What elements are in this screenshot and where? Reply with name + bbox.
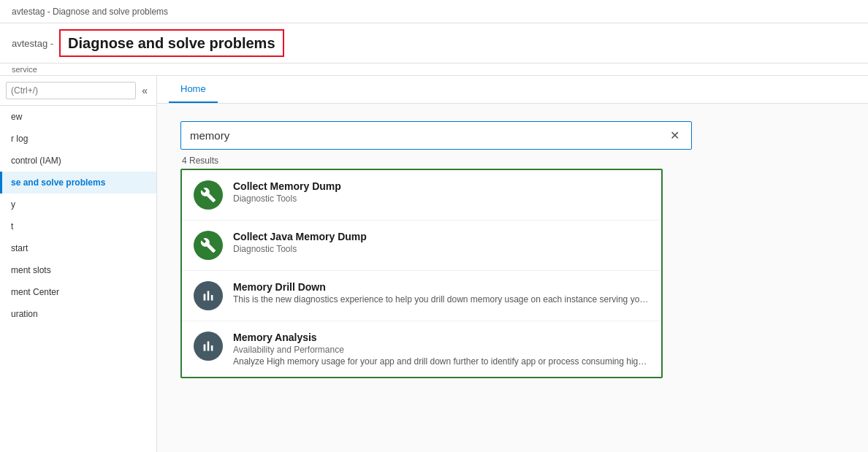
result-subtitle-2: Diagnostic Tools [233,244,650,254]
sidebar-collapse-button[interactable]: « [139,83,151,98]
clear-icon: ✕ [670,129,679,142]
sidebar-item-label: t [11,221,148,231]
breadcrumb-prefix: avtestag - [12,38,53,49]
result-desc-4: Analyze High memory usage for your app a… [233,356,650,367]
sidebar-search-input[interactable] [6,82,136,99]
browser-tab-title: avtestag - Diagnose and solve problems [12,7,168,17]
tab-home-label: Home [180,83,206,94]
result-content-2: Collect Java Memory Dump Diagnostic Tool… [233,231,650,254]
browser-tab-bar: avtestag - Diagnose and solve problems [0,0,868,23]
result-item-collect-java-memory-dump[interactable]: Collect Java Memory Dump Diagnostic Tool… [182,221,661,271]
result-title-4: Memory Analysis [233,332,650,343]
results-dropdown: Collect Memory Dump Diagnostic Tools Col… [180,169,663,378]
diagnose-search-input[interactable] [180,121,692,150]
sidebar-item-start[interactable]: start [0,237,156,259]
tab-home[interactable]: Home [169,76,218,103]
result-item-memory-analysis[interactable]: Memory Analysis Availability and Perform… [182,321,661,377]
result-icon-wrench-1 [194,180,223,210]
sidebar-item-diagnose[interactable]: se and solve problems [0,172,156,194]
result-title-3: Memory Drill Down [233,281,650,293]
content-area: Home ✕ 4 Results [157,76,868,452]
sidebar-item-label: start [11,243,148,253]
sidebar-item-log[interactable]: r log [0,128,156,150]
page-header: avtestag - Diagnose and solve problems [0,23,868,64]
sidebar-nav: ew r log control (IAM) se and solve prob… [0,106,156,452]
sidebar-item-label: se and solve problems [11,177,148,188]
result-icon-wrench-2 [194,231,223,260]
sidebar-search-area: « [0,76,156,106]
search-clear-button[interactable]: ✕ [664,126,685,146]
sub-header: service [0,64,868,76]
sidebar-item-iam[interactable]: control (IAM) [0,150,156,172]
sidebar-item-label: ew [11,112,148,122]
result-item-collect-memory-dump[interactable]: Collect Memory Dump Diagnostic Tools [182,170,661,221]
result-desc-3: This is the new diagnostics experience t… [233,294,650,304]
result-subtitle-1: Diagnostic Tools [233,194,650,204]
sidebar-item-t[interactable]: t [0,215,156,237]
sidebar-item-label: uration [11,309,148,319]
main-layout: « ew r log control (IAM) se and solve pr… [0,76,868,452]
sidebar-item-label: ment slots [11,265,148,275]
sidebar-item-label: control (IAM) [11,156,148,166]
result-title-1: Collect Memory Dump [233,180,650,192]
sidebar-item-y[interactable]: y [0,194,156,215]
result-subtitle-4: Availability and Performance [233,345,650,355]
sidebar-item-label: y [11,199,148,210]
search-container: ✕ [180,121,692,150]
result-icon-chart-2 [194,332,223,361]
sidebar-item-deployment-center[interactable]: ment Center [0,281,156,303]
result-content-1: Collect Memory Dump Diagnostic Tools [233,180,650,204]
result-content-4: Memory Analysis Availability and Perform… [233,332,650,367]
result-icon-chart-1 [194,281,223,310]
result-content-3: Memory Drill Down This is the new diagno… [233,281,650,304]
service-label: service [12,65,37,74]
result-item-memory-drill-down[interactable]: Memory Drill Down This is the new diagno… [182,271,661,321]
tabs-bar: Home [157,76,868,104]
sidebar-item-deployment-slots[interactable]: ment slots [0,259,156,281]
page-title: Diagnose and solve problems [59,29,283,57]
results-count: 4 Results [180,156,845,166]
content-body: ✕ 4 Results Collect Memory Dump Diagno [157,104,868,452]
sidebar: « ew r log control (IAM) se and solve pr… [0,76,157,452]
sidebar-item-label: ment Center [11,287,148,297]
sidebar-item-label: r log [11,134,148,144]
sidebar-item-ew[interactable]: ew [0,106,156,128]
sidebar-item-configuration[interactable]: uration [0,303,156,325]
result-title-2: Collect Java Memory Dump [233,231,650,242]
